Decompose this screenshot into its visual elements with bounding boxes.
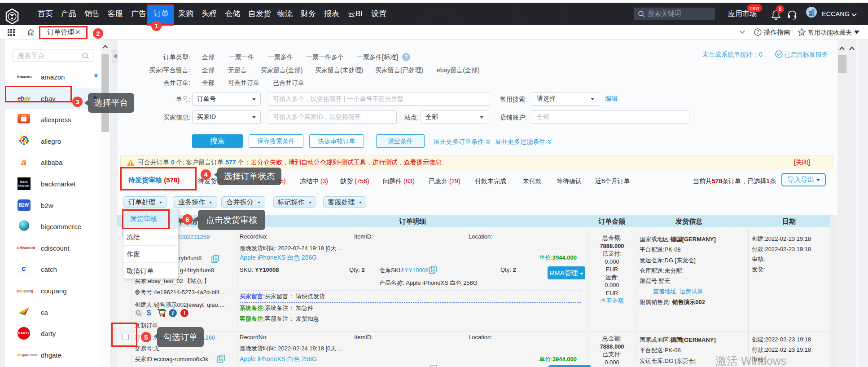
svg-text:?: ? [756, 29, 759, 35]
